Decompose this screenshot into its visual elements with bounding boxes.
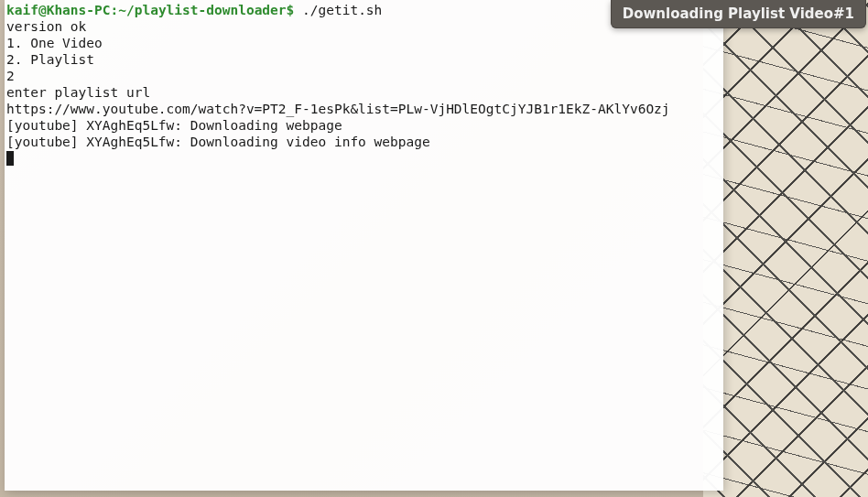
download-notification[interactable]: Downloading Playlist Video#1: [611, 0, 866, 28]
terminal-cursor-line: [6, 150, 722, 167]
terminal-command: ./getit.sh: [302, 3, 382, 17]
prompt-separator: :: [111, 3, 119, 17]
prompt-user-host: kaif@Khans-PC: [6, 3, 111, 17]
notification-text: Downloading Playlist Video#1: [623, 5, 854, 22]
terminal-output-line: https://www.youtube.com/watch?v=PT2_F-1e…: [6, 101, 722, 117]
prompt-dollar: $: [287, 3, 295, 17]
terminal-output-line: 1. One Video: [6, 35, 722, 51]
terminal-output-line: 2: [6, 68, 722, 84]
terminal-output-line: 2. Playlist: [6, 51, 722, 68]
terminal-output-line: enter playlist url: [6, 84, 722, 101]
terminal-output-line: [youtube] XYAghEq5Lfw: Downloading video…: [6, 134, 722, 150]
terminal-window[interactable]: kaif@Khans-PC:~/playlist-downloader$ ./g…: [5, 0, 723, 491]
desktop-wallpaper-pattern: [703, 0, 868, 497]
cursor-block: [6, 151, 14, 166]
prompt-path: ~/playlist-downloader: [118, 3, 286, 17]
terminal-output-line: [youtube] XYAghEq5Lfw: Downloading webpa…: [6, 117, 722, 134]
